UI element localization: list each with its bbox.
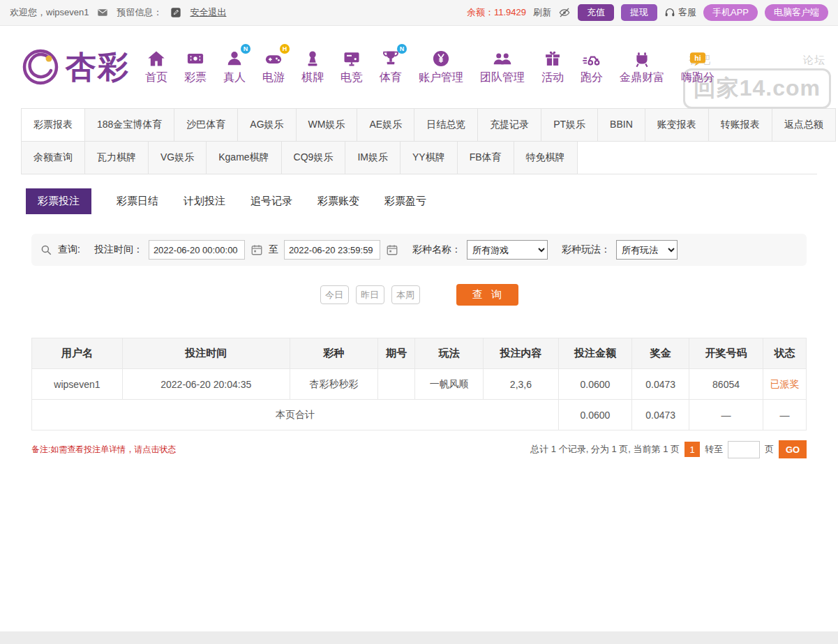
nav-item-ding[interactable]: 金鼎财富	[620, 49, 664, 85]
col-header: 期号	[378, 338, 415, 369]
tab-WM娱乐[interactable]: WM娱乐	[296, 108, 358, 142]
team-icon	[493, 49, 512, 68]
ticket-icon	[186, 49, 205, 68]
tab-充提记录[interactable]: 充提记录	[477, 108, 541, 142]
report-tabs: 彩票报表188金宝博体育沙巴体育AG娱乐WM娱乐AE娱乐日结总览充提记录PT娱乐…	[0, 108, 838, 174]
summary-label: 本页合计	[32, 400, 559, 430]
summary-draw_number: —	[689, 400, 763, 430]
quick-btn-昨日[interactable]: 昨日	[356, 285, 384, 304]
goto-page-input[interactable]	[728, 441, 760, 458]
tab-FB体育[interactable]: FB体育	[457, 141, 514, 174]
col-header: 玩法	[415, 338, 484, 369]
tab-Kgame棋牌[interactable]: Kgame棋牌	[206, 141, 281, 174]
lottery-name-select[interactable]: 所有游戏	[467, 240, 548, 260]
nav-item-person[interactable]: N真人	[223, 49, 246, 85]
subtab-计划投注[interactable]: 计划投注	[184, 188, 225, 214]
nav-label: 真人	[223, 70, 246, 85]
tab-VG娱乐[interactable]: VG娱乐	[148, 141, 207, 174]
pc-client-button[interactable]: 电脑客户端	[765, 4, 828, 21]
status-link[interactable]: 已派奖	[763, 369, 806, 400]
balance-value: 11.9429	[494, 7, 526, 17]
edit-message-icon[interactable]	[170, 7, 181, 18]
page-unit-label: 页	[765, 443, 774, 456]
tab-转账报表[interactable]: 转账报表	[708, 108, 772, 142]
mobile-app-button[interactable]: 手机APP	[703, 4, 758, 21]
summary-row: 本页合计0.06000.0473——	[32, 400, 807, 430]
cell-prize: 0.0473	[632, 369, 689, 400]
time-to-input[interactable]	[284, 240, 380, 260]
withdraw-button[interactable]: 提现	[621, 4, 657, 21]
service-link[interactable]: 客服	[664, 6, 696, 19]
tab-沙巴体育[interactable]: 沙巴体育	[174, 108, 238, 142]
calendar-to-icon[interactable]	[386, 244, 398, 256]
subtab-彩票投注[interactable]: 彩票投注	[26, 188, 91, 214]
bet-table: 用户名投注时间彩种期号玩法投注内容投注金额奖金开奖号码状态 wipseven12…	[31, 338, 807, 430]
subtab-追号记录[interactable]: 追号记录	[250, 188, 292, 214]
recharge-button[interactable]: 充值	[578, 4, 614, 21]
nav-item-run[interactable]: 跑分	[581, 49, 603, 85]
nav-item-chess[interactable]: 棋牌	[301, 49, 324, 85]
go-button[interactable]: GO	[779, 440, 807, 458]
time-from-input[interactable]	[149, 240, 245, 260]
page-number-button[interactable]: 1	[684, 442, 700, 457]
nav-label: 棋牌	[301, 70, 324, 85]
gift-icon	[543, 49, 562, 68]
quick-btn-本周[interactable]: 本周	[391, 285, 420, 304]
table-row: wipseven12022-06-20 20:04:35杏彩秒秒彩一帆风顺2,3…	[32, 369, 807, 400]
subtabs: 彩票投注彩票日结计划投注追号记录彩票账变彩票盈亏	[0, 174, 838, 230]
cell-amount: 0.0600	[558, 369, 631, 400]
logo-text: 杏彩	[66, 47, 130, 88]
tab-返点总额[interactable]: 返点总额	[772, 108, 836, 142]
logo[interactable]: 杏彩	[21, 47, 130, 88]
lottery-name-label: 彩种名称：	[412, 244, 461, 256]
welcome-text: 欢迎您，wipseven1	[10, 6, 89, 19]
tab-余额查询[interactable]: 余额查询	[21, 141, 85, 174]
nav-item-esports[interactable]: 电竞	[341, 49, 363, 85]
nav-item-home[interactable]: 首页	[145, 49, 167, 85]
subtab-彩票盈亏[interactable]: 彩票盈亏	[384, 188, 426, 214]
tab-PT娱乐[interactable]: PT娱乐	[541, 108, 598, 142]
nav-item-yen[interactable]: 账户管理	[419, 49, 463, 85]
nav-label: 嗨跑分	[681, 70, 714, 85]
nav-label: 首页	[145, 70, 167, 85]
search-button[interactable]: 查 询	[456, 284, 518, 306]
nav-item-team[interactable]: 团队管理	[480, 49, 525, 85]
quick-btn-今日[interactable]: 今日	[320, 285, 349, 304]
nav-item-gift[interactable]: 活动	[541, 49, 564, 85]
balance: 余额：11.9429	[467, 6, 526, 19]
tab-188金宝博体育[interactable]: 188金宝博体育	[84, 108, 174, 142]
logout-link[interactable]: 安全退出	[190, 6, 226, 19]
nav-item-trophy[interactable]: N体育	[380, 49, 402, 85]
magnifier-icon	[40, 244, 52, 256]
tab-AE娱乐[interactable]: AE娱乐	[357, 108, 414, 142]
tab-YY棋牌[interactable]: YY棋牌	[400, 141, 458, 174]
tab-BBIN[interactable]: BBIN	[597, 108, 645, 142]
quick-buttons: 今日昨日本周	[320, 285, 420, 304]
tab-特免棋牌[interactable]: 特免棋牌	[514, 141, 578, 174]
tabs-row2: 余额查询瓦力棋牌VG娱乐Kgame棋牌CQ9娱乐IM娱乐YY棋牌FB体育特免棋牌	[21, 141, 817, 174]
lottery-play-select[interactable]: 所有玩法	[616, 240, 678, 260]
subtab-彩票账变[interactable]: 彩票账变	[317, 188, 359, 214]
tab-彩票报表[interactable]: 彩票报表	[21, 108, 85, 142]
nav-label: 电游	[262, 70, 285, 85]
calendar-from-icon[interactable]	[250, 244, 263, 256]
to-label: 至	[269, 244, 278, 256]
nav-item-game[interactable]: H电游	[262, 49, 285, 85]
eye-off-icon[interactable]	[558, 6, 571, 19]
subtab-彩票日结[interactable]: 彩票日结	[117, 188, 158, 214]
page: 欢迎您，wipseven1 预留信息： 安全退出 余额：11.9429 刷新 充…	[0, 0, 838, 631]
bet-table-grid: 用户名投注时间彩种期号玩法投注内容投注金额奖金开奖号码状态 wipseven12…	[31, 338, 807, 430]
nav-label: 团队管理	[480, 70, 525, 85]
nav-item-hi[interactable]: hi嗨跑分	[681, 49, 714, 85]
nav-label: 金鼎财富	[620, 70, 664, 85]
nav-item-ticket[interactable]: 彩票	[184, 49, 207, 85]
person-icon: N	[225, 49, 244, 68]
tab-IM娱乐[interactable]: IM娱乐	[345, 141, 401, 174]
refresh-link[interactable]: 刷新	[533, 6, 551, 19]
tab-日结总览[interactable]: 日结总览	[414, 108, 478, 142]
tab-CQ9娱乐[interactable]: CQ9娱乐	[281, 141, 346, 174]
table-header-row: 用户名投注时间彩种期号玩法投注内容投注金额奖金开奖号码状态	[32, 338, 807, 369]
tab-账变报表[interactable]: 账变报表	[645, 108, 709, 142]
tab-AG娱乐[interactable]: AG娱乐	[237, 108, 296, 142]
tab-瓦力棋牌[interactable]: 瓦力棋牌	[84, 141, 149, 174]
